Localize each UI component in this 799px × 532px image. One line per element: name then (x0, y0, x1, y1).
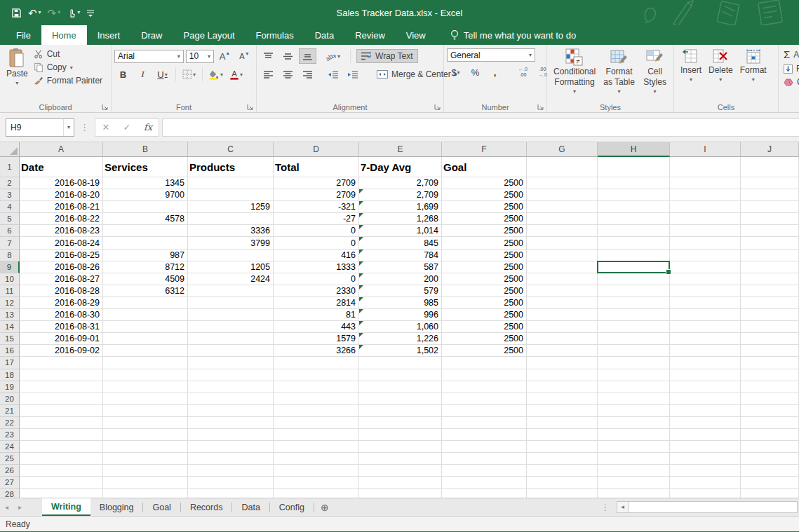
column-header-E[interactable]: E (359, 142, 442, 157)
cell-I26[interactable] (670, 465, 741, 477)
format-painter-button[interactable]: Format Painter (32, 75, 105, 86)
cell-D21[interactable] (274, 405, 359, 417)
cell-G21[interactable] (527, 405, 598, 417)
cell-I18[interactable] (670, 369, 741, 381)
cell-D5[interactable]: -27 (274, 213, 359, 225)
cell-A9[interactable]: 2016-08-26 (20, 261, 103, 273)
cell-F16[interactable]: 2500 (442, 345, 527, 357)
cell-G16[interactable] (527, 345, 598, 357)
customize-qat-button[interactable] (86, 8, 95, 18)
cell-E7[interactable]: 845 (359, 237, 442, 249)
number-format-dropdown-icon[interactable]: ▾ (529, 52, 532, 58)
column-header-I[interactable]: I (670, 142, 741, 157)
cell-C20[interactable] (188, 393, 274, 405)
cell-J13[interactable] (741, 309, 799, 321)
cell-F20[interactable] (442, 393, 527, 405)
insert-cells-dropdown-icon[interactable]: ▾ (690, 76, 692, 83)
orientation-dropdown-icon[interactable]: ▾ (337, 53, 340, 60)
cell-A27[interactable] (20, 477, 103, 489)
row-header-8[interactable]: 8 (0, 250, 20, 261)
cell-F7[interactable]: 2500 (442, 237, 527, 249)
cell-B4[interactable] (103, 201, 188, 213)
cell-F1[interactable]: Goal (442, 157, 527, 177)
cell-G24[interactable] (527, 441, 598, 453)
cell-A28[interactable] (20, 489, 103, 498)
ribbon-tab-formulas[interactable]: Formulas (246, 25, 304, 45)
cell-B5[interactable]: 4578 (103, 213, 188, 225)
cell-C15[interactable] (188, 333, 274, 345)
font-name-combo[interactable]: Arial▾ (114, 50, 184, 63)
cell-C7[interactable]: 3799 (188, 237, 274, 249)
cell-I15[interactable] (670, 333, 741, 345)
cell-B18[interactable] (103, 369, 188, 381)
cell-H12[interactable] (598, 297, 670, 309)
row-header-13[interactable]: 13 (0, 309, 20, 321)
cell-D4[interactable]: -321 (274, 201, 359, 213)
cell-J2[interactable] (741, 177, 799, 189)
cell-F24[interactable] (442, 441, 527, 453)
cell-H19[interactable] (598, 381, 670, 393)
cell-I1[interactable] (670, 157, 741, 177)
row-header-18[interactable]: 18 (0, 369, 20, 381)
cell-B12[interactable] (103, 297, 188, 309)
cell-A22[interactable] (20, 417, 103, 429)
cell-B3[interactable]: 9700 (103, 189, 188, 201)
cell-G17[interactable] (527, 357, 598, 369)
cell-F6[interactable]: 2500 (442, 225, 527, 237)
cell-J17[interactable] (741, 357, 799, 369)
cell-J19[interactable] (741, 381, 799, 393)
cell-C5[interactable] (188, 213, 274, 225)
cell-B14[interactable] (103, 321, 188, 333)
cell-E17[interactable] (359, 357, 442, 369)
cell-I11[interactable] (670, 285, 741, 297)
cell-J10[interactable] (741, 273, 799, 285)
cell-I2[interactable] (670, 177, 741, 189)
underline-dropdown-icon[interactable]: ▾ (165, 71, 168, 78)
cell-J9[interactable] (741, 261, 799, 273)
cell-J11[interactable] (741, 285, 799, 297)
insert-cells-button[interactable]: Insert▾ (677, 47, 705, 85)
cell-B8[interactable]: 987 (103, 250, 188, 261)
borders-button[interactable]: ▾ (180, 67, 198, 82)
cell-D18[interactable] (274, 369, 359, 381)
horizontal-scrollbar[interactable]: ◄ (617, 498, 798, 516)
cell-G12[interactable] (527, 297, 598, 309)
cell-I20[interactable] (670, 393, 741, 405)
add-sheet-icon[interactable]: ⊕ (314, 498, 335, 516)
row-header-23[interactable]: 23 (0, 429, 20, 441)
cell-A16[interactable]: 2016-09-02 (20, 345, 103, 357)
cell-A2[interactable]: 2016-08-19 (20, 177, 103, 189)
cell-C6[interactable]: 3336 (188, 225, 274, 237)
cell-D20[interactable] (274, 393, 359, 405)
cell-D23[interactable] (274, 429, 359, 441)
cell-J20[interactable] (741, 393, 799, 405)
row-header-19[interactable]: 19 (0, 381, 20, 393)
fill-button[interactable]: Fill▾ (781, 63, 799, 74)
cell-H14[interactable] (598, 321, 670, 333)
row-header-22[interactable]: 22 (0, 417, 20, 429)
cell-G20[interactable] (527, 393, 598, 405)
row-header-7[interactable]: 7 (0, 237, 20, 249)
cell-E28[interactable] (359, 489, 442, 498)
cell-G25[interactable] (527, 453, 598, 465)
cell-H17[interactable] (598, 357, 670, 369)
cell-D10[interactable]: 0 (274, 273, 359, 285)
format-as-table-button[interactable]: Format as Table▾ (599, 47, 639, 97)
cell-B27[interactable] (103, 477, 188, 489)
clipboard-dialog-launcher[interactable] (101, 103, 109, 111)
cell-A13[interactable]: 2016-08-30 (20, 309, 103, 321)
cell-E26[interactable] (359, 465, 442, 477)
sheet-tab-data[interactable]: Data (232, 498, 269, 516)
cell-E15[interactable]: 1,226 (359, 333, 442, 345)
cell-E20[interactable] (359, 393, 442, 405)
middle-align-button[interactable] (279, 48, 297, 64)
cell-F28[interactable] (442, 489, 527, 498)
font-dialog-launcher[interactable] (246, 103, 254, 111)
cell-B24[interactable] (103, 441, 188, 453)
cell-C13[interactable] (188, 309, 274, 321)
cell-D11[interactable]: 2330 (274, 285, 359, 297)
delete-cells-dropdown-icon[interactable]: ▾ (719, 76, 722, 83)
cell-D14[interactable]: 443 (274, 321, 359, 333)
ribbon-tab-page-layout[interactable]: Page Layout (173, 25, 246, 45)
sheet-tab-goal[interactable]: Goal (143, 498, 180, 516)
